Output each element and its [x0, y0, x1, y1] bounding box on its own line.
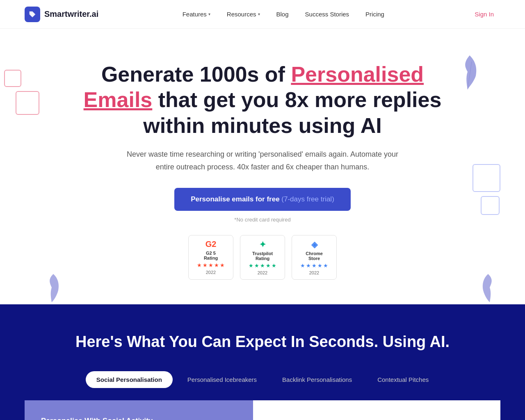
trustpilot-rating-badge: ✦ TrustpilotRating ★ ★ ★ ★ ★ 2022	[240, 235, 285, 280]
nav-features[interactable]: Features ▾	[176, 7, 217, 21]
nav-links: Features ▾ Resources ▾ Blog Success Stor…	[176, 7, 391, 21]
chrome-logo: ◈	[311, 240, 317, 249]
panel-right: Generated AI First Line	[253, 400, 500, 420]
deco-square-3	[472, 164, 500, 192]
chrome-stars: ★ ★ ★ ★ ★	[300, 262, 328, 269]
navbar: Smartwriter.ai Features ▾ Resources ▾ Bl…	[0, 0, 525, 29]
hero-title: Generate 1000s of Personalised Emails th…	[78, 62, 447, 138]
chevron-down-icon: ▾	[258, 12, 260, 16]
g2-rating-badge: G2 G2 5Rating ★ ★ ★ ★ ★ 2022	[188, 235, 233, 280]
chrome-rating-badge: ◈ ChromeStore ★ ★ ★ ★ ★ 2022	[292, 235, 337, 280]
logo-icon	[25, 7, 40, 22]
deco-square-4	[481, 196, 500, 215]
cta-button[interactable]: Personalise emails for free (7-days free…	[174, 188, 351, 211]
trustpilot-logo: ✦	[259, 240, 266, 249]
nav-success-stories[interactable]: Success Stories	[299, 7, 356, 21]
g2-stars: ★ ★ ★ ★ ★	[197, 262, 225, 268]
g2-year: 2022	[206, 270, 216, 275]
signin-button[interactable]: Sign In	[468, 7, 500, 21]
logo-link[interactable]: Smartwriter.ai	[25, 7, 98, 22]
panel-left: Personalise With Social Activity	[25, 400, 253, 420]
g2-logo: G2	[205, 240, 217, 249]
nav-resources[interactable]: Resources ▾	[220, 7, 267, 21]
bottom-panel: Personalise With Social Activity Generat…	[25, 400, 500, 420]
trustpilot-label: TrustpilotRating	[252, 251, 273, 261]
chrome-label: ChromeStore	[306, 251, 323, 261]
deco-feather-right	[480, 272, 496, 304]
logo-text: Smartwriter.ai	[44, 9, 98, 19]
g2-label: G2 5Rating	[204, 251, 218, 260]
hero-subtitle: Never waste time researching or writing …	[119, 148, 406, 173]
ratings-row: G2 G2 5Rating ★ ★ ★ ★ ★ 2022 ✦ Trustpilo…	[25, 235, 500, 280]
chrome-year: 2022	[309, 270, 319, 275]
deco-square-2	[16, 91, 39, 115]
tab-contextual-pitches[interactable]: Contextual Pitches	[367, 371, 439, 388]
dark-section: Here's What You Can Expect In Seconds. U…	[0, 304, 525, 420]
deco-feather-top	[459, 53, 480, 92]
deco-top-left	[4, 70, 39, 115]
deco-feather-left	[45, 272, 62, 304]
deco-square-1	[4, 70, 21, 87]
chevron-down-icon: ▾	[208, 12, 210, 16]
no-credit-card-text: *No credit card required	[25, 217, 500, 223]
panel-left-title: Personalise With Social Activity	[41, 417, 153, 420]
nav-blog[interactable]: Blog	[270, 7, 295, 21]
dark-section-title: Here's What You Can Expect In Seconds. U…	[25, 333, 500, 351]
trustpilot-stars: ★ ★ ★ ★ ★	[249, 262, 276, 269]
deco-right-squares	[464, 164, 500, 215]
tab-personalised-icebreakers[interactable]: Personalised Icebreakers	[177, 371, 267, 388]
tab-backlink-personalisations[interactable]: Backlink Personalisations	[272, 371, 363, 388]
tab-social-personalisation[interactable]: Social Personalisation	[86, 371, 173, 388]
nav-pricing[interactable]: Pricing	[359, 7, 391, 21]
tabs-row: Social Personalisation Personalised Iceb…	[25, 371, 500, 388]
hero-section: Generate 1000s of Personalised Emails th…	[0, 29, 525, 304]
trustpilot-year: 2022	[258, 270, 267, 275]
